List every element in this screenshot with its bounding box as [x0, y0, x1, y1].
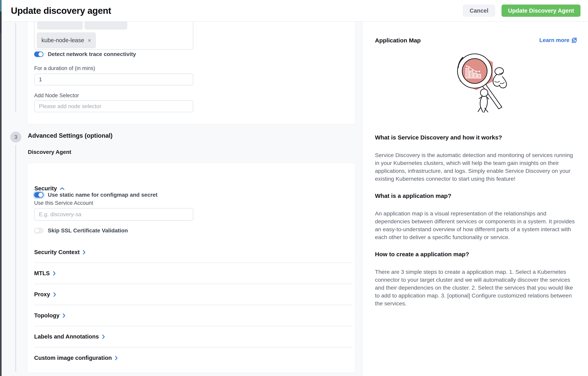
application-map-title: Application Map — [375, 37, 539, 44]
duration-input[interactable] — [34, 73, 193, 85]
static-name-toggle[interactable] — [34, 192, 44, 198]
panel-header: Update discovery agent Cancel Update Dis… — [1, 0, 588, 22]
info-panel-header: Application Map Learn more — [375, 37, 577, 44]
info-panel-text: What is Service Discovery and how it wor… — [375, 134, 577, 307]
security-section-header[interactable]: Security — [34, 185, 64, 192]
form-column: 3 kube-node-lease × Detect network trace… — [1, 22, 362, 376]
discovery-agent-subheading: Discovery Agent — [28, 149, 71, 155]
namespace-tag-partial[interactable] — [37, 22, 83, 30]
advanced-settings-heading: Advanced Settings (optional) — [28, 132, 113, 139]
cancel-button[interactable]: Cancel — [463, 5, 495, 17]
network-trace-card: kube-node-lease × Detect network trace c… — [27, 22, 355, 124]
row-label: Topology — [34, 312, 59, 319]
static-name-row: Use static name for configmap and secret — [34, 192, 158, 198]
namespace-tag-label: kube-node-lease — [42, 37, 84, 44]
row-label: MTLS — [34, 270, 50, 277]
duration-label: For a duration of (in mins) — [34, 65, 95, 71]
step-3-indicator: 3 — [10, 132, 21, 143]
application-map-illustration — [443, 49, 512, 115]
row-proxy[interactable]: Proxy — [34, 284, 352, 305]
row-label: Custom image configuration — [34, 355, 112, 361]
row-label: Security Context — [34, 249, 80, 255]
chevron-right-icon — [63, 313, 65, 318]
update-discovery-agent-button[interactable]: Update Discovery Agent — [501, 5, 580, 17]
step-connector-line — [15, 145, 16, 372]
detect-network-trace-label: Detect network trace connectivity — [48, 51, 136, 57]
update-discovery-agent-panel: Update discovery agent Cancel Update Dis… — [1, 0, 588, 376]
remove-tag-icon[interactable]: × — [88, 37, 91, 44]
advanced-rows: Security Context MTLS Proxy Topology — [27, 242, 355, 368]
info-heading-3: How to create a application map? — [375, 251, 577, 258]
info-heading-2: What is a application map? — [375, 193, 577, 199]
service-account-input[interactable] — [34, 208, 193, 220]
external-link-icon — [571, 38, 577, 43]
learn-more-link[interactable]: Learn more — [539, 37, 577, 43]
background-app-edge — [0, 0, 1, 376]
namespace-tag-input[interactable]: kube-node-lease × — [34, 22, 193, 50]
row-security-context[interactable]: Security Context — [34, 242, 352, 263]
node-selector-input[interactable] — [34, 100, 193, 112]
row-custom-image-configuration[interactable]: Custom image configuration — [34, 347, 352, 368]
namespace-tag[interactable]: kube-node-lease × — [37, 32, 96, 48]
skip-ssl-toggle[interactable] — [34, 228, 44, 233]
skip-ssl-row: Skip SSL Certificate Validation — [34, 228, 128, 234]
learn-more-label: Learn more — [539, 37, 570, 43]
background-app-sidebar — [0, 11, 1, 33]
chevron-up-icon — [60, 187, 64, 190]
row-mtls[interactable]: MTLS — [34, 263, 352, 284]
chevron-right-icon — [53, 292, 56, 297]
background-app-accent — [0, 0, 1, 11]
chevron-right-icon — [102, 334, 105, 339]
info-panel: Application Map Learn more — [362, 22, 588, 376]
info-heading-1: What is Service Discovery and how it wor… — [375, 134, 577, 141]
info-paragraph-1: Service Discovery is the automatic detec… — [375, 151, 577, 183]
page-title: Update discovery agent — [11, 5, 463, 16]
service-account-label: Use this Service Account — [34, 200, 93, 206]
row-labels-annotations[interactable]: Labels and Annotations — [34, 326, 352, 347]
row-label: Proxy — [34, 291, 50, 298]
detect-network-trace-toggle[interactable] — [34, 52, 44, 57]
info-paragraph-3: There are 3 simple steps to create a app… — [375, 268, 577, 307]
static-name-label: Use static name for configmap and secret — [48, 192, 158, 198]
skip-ssl-label: Skip SSL Certificate Validation — [48, 228, 128, 234]
security-section-label: Security — [34, 185, 57, 192]
row-topology[interactable]: Topology — [34, 305, 352, 326]
info-paragraph-2: An application map is a visual represent… — [375, 209, 577, 241]
discovery-agent-card: Use static name for configmap and secret… — [27, 163, 355, 373]
detect-network-trace-row: Detect network trace connectivity — [34, 51, 136, 57]
panel-body: 3 kube-node-lease × Detect network trace… — [1, 22, 588, 376]
namespace-tag-partial[interactable] — [85, 22, 127, 30]
chevron-right-icon — [53, 271, 56, 276]
row-label: Labels and Annotations — [34, 333, 99, 340]
chevron-right-icon — [115, 356, 118, 360]
node-selector-label: Add Node Selector — [34, 93, 79, 99]
chevron-right-icon — [83, 250, 86, 254]
step-connector-line — [15, 23, 16, 112]
